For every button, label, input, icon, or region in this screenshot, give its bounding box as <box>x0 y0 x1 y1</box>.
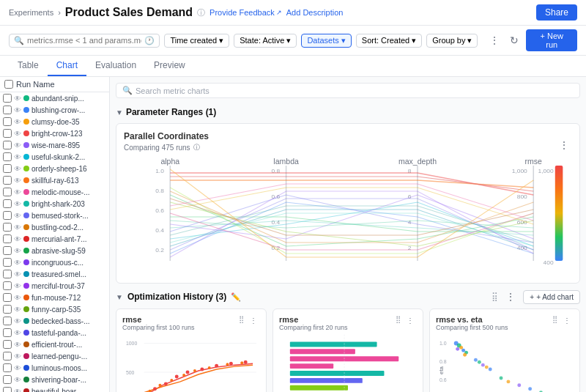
run-row[interactable]: 👁 efficient-trout-... <box>0 339 109 350</box>
run-row[interactable]: 👁 bright-shark-203 <box>0 198 109 210</box>
run-checkbox[interactable] <box>3 199 12 208</box>
run-row[interactable]: 👁 treasured-smel... <box>0 268 109 280</box>
pc-more-button[interactable]: ⋮ <box>556 138 572 152</box>
tab-chart[interactable]: Chart <box>48 56 86 76</box>
run-row[interactable]: 👁 abrasive-slug-59 <box>0 245 109 256</box>
opt-more-button[interactable]: ⋮ <box>502 289 519 304</box>
visibility-icon[interactable]: 👁 <box>14 95 21 103</box>
select-all-checkbox[interactable] <box>4 80 13 89</box>
visibility-icon[interactable]: 👁 <box>14 235 21 243</box>
visibility-icon[interactable]: 👁 <box>14 388 21 393</box>
run-row[interactable]: 👁 incongruous-c... <box>0 256 109 268</box>
run-row[interactable]: 👁 clumsy-doe-35 <box>0 116 109 127</box>
run-row[interactable]: 👁 skillful-ray-613 <box>0 174 109 186</box>
visibility-icon[interactable]: 👁 <box>14 364 21 372</box>
visibility-icon[interactable]: 👁 <box>14 352 21 360</box>
datasets-filter[interactable]: Datasets ▾ <box>301 34 351 48</box>
chart-1-more[interactable]: ⋮ <box>247 315 260 326</box>
run-row[interactable]: 👁 bustling-cod-2... <box>0 221 109 233</box>
group-by-filter[interactable]: Group by ▾ <box>426 34 478 48</box>
search-input[interactable] <box>27 36 141 45</box>
edit-icon[interactable]: ✏️ <box>231 292 241 302</box>
visibility-icon[interactable]: 👁 <box>14 247 21 255</box>
tab-preview[interactable]: Preview <box>145 56 194 76</box>
refresh-button[interactable]: ↻ <box>507 33 522 48</box>
run-checkbox[interactable] <box>3 258 12 267</box>
breadcrumb[interactable]: Experiments <box>9 8 53 17</box>
add-chart-button[interactable]: + + Add chart <box>523 290 580 304</box>
run-checkbox[interactable] <box>3 363 12 372</box>
add-description-link[interactable]: Add Description <box>286 8 344 17</box>
run-checkbox[interactable] <box>3 211 12 220</box>
run-checkbox[interactable] <box>3 152 12 161</box>
run-row[interactable]: 👁 luminous-moos... <box>0 362 109 374</box>
run-row[interactable]: 👁 bright-crow-123 <box>0 127 109 139</box>
param-ranges-collapse[interactable]: ▼ Parameter Ranges (1) <box>116 104 580 120</box>
visibility-icon[interactable]: 👁 <box>14 376 21 384</box>
run-row[interactable]: 👁 merciful-trout-37 <box>0 280 109 292</box>
visibility-icon[interactable]: 👁 <box>14 270 21 278</box>
run-row[interactable]: 👁 tasteful-panda-... <box>0 327 109 339</box>
run-checkbox[interactable] <box>3 117 12 126</box>
run-row[interactable]: 👁 learned-pengu-... <box>0 350 109 362</box>
visibility-icon[interactable]: 👁 <box>14 341 21 349</box>
visibility-icon[interactable]: 👁 <box>14 153 21 161</box>
run-checkbox[interactable] <box>3 352 12 360</box>
run-row[interactable]: 👁 funny-carp-535 <box>0 303 109 315</box>
tab-table[interactable]: Table <box>9 56 48 76</box>
run-row[interactable]: 👁 shivering-boar-... <box>0 374 109 385</box>
run-row[interactable]: 👁 beautiful-boar-... <box>0 385 109 392</box>
run-checkbox[interactable] <box>3 387 12 392</box>
run-row[interactable]: 👁 useful-skunk-2... <box>0 151 109 163</box>
run-checkbox[interactable] <box>3 141 12 149</box>
run-checkbox[interactable] <box>3 375 12 384</box>
run-row[interactable]: 👁 fun-mouse-712 <box>0 292 109 303</box>
run-checkbox[interactable] <box>3 340 12 349</box>
visibility-icon[interactable]: 👁 <box>14 294 21 302</box>
chart-3-more[interactable]: ⋮ <box>560 315 574 326</box>
run-checkbox[interactable] <box>3 106 12 114</box>
run-checkbox[interactable] <box>3 164 12 173</box>
run-row[interactable]: 👁 bedecked-bass-... <box>0 315 109 327</box>
visibility-icon[interactable]: 👁 <box>14 106 21 114</box>
run-row[interactable]: 👁 orderly-sheep-16 <box>0 163 109 174</box>
run-checkbox[interactable] <box>3 246 12 255</box>
sort-filter[interactable]: Sort: Created ▾ <box>356 34 422 48</box>
visibility-icon[interactable]: 👁 <box>14 223 21 232</box>
time-created-filter[interactable]: Time created ▾ <box>164 34 229 48</box>
run-row[interactable]: 👁 abundant-snip... <box>0 92 109 104</box>
feedback-link[interactable]: Provide Feedback ↗ <box>209 8 282 17</box>
run-checkbox[interactable] <box>3 317 12 325</box>
run-checkbox[interactable] <box>3 305 12 314</box>
visibility-icon[interactable]: 👁 <box>14 130 21 138</box>
run-checkbox[interactable] <box>3 328 12 337</box>
state-filter[interactable]: State: Active ▾ <box>234 34 297 48</box>
search-box[interactable]: 🔍 🕐 <box>9 34 160 48</box>
chart-2-more[interactable]: ⋮ <box>404 315 417 326</box>
run-row[interactable]: 👁 melodic-mouse-... <box>0 186 109 198</box>
run-checkbox[interactable] <box>3 293 12 302</box>
run-checkbox[interactable] <box>3 188 12 196</box>
visibility-icon[interactable]: 👁 <box>14 188 21 196</box>
visibility-icon[interactable]: 👁 <box>14 259 21 267</box>
run-checkbox[interactable] <box>3 94 12 103</box>
metric-search-box[interactable]: 🔍 Search metric charts <box>116 83 580 98</box>
run-row[interactable]: 👁 bemused-stork-... <box>0 210 109 221</box>
visibility-icon[interactable]: 👁 <box>14 177 21 185</box>
visibility-icon[interactable]: 👁 <box>14 317 21 325</box>
run-row[interactable]: 👁 mercurial-ant-7... <box>0 233 109 245</box>
run-row[interactable]: 👁 blushing-crow-... <box>0 104 109 116</box>
run-checkbox[interactable] <box>3 270 12 278</box>
run-checkbox[interactable] <box>3 129 12 138</box>
run-checkbox[interactable] <box>3 234 12 243</box>
visibility-icon[interactable]: 👁 <box>14 329 21 337</box>
new-run-button[interactable]: + New run <box>526 29 577 51</box>
visibility-icon[interactable]: 👁 <box>14 141 21 149</box>
run-checkbox[interactable] <box>3 223 12 232</box>
run-checkbox[interactable] <box>3 176 12 185</box>
visibility-icon[interactable]: 👁 <box>14 306 21 314</box>
run-checkbox[interactable] <box>3 281 12 290</box>
visibility-icon[interactable]: 👁 <box>14 200 21 208</box>
tab-evaluation[interactable]: Evaluation <box>86 56 145 76</box>
more-options-button[interactable]: ⋮ <box>486 33 502 48</box>
